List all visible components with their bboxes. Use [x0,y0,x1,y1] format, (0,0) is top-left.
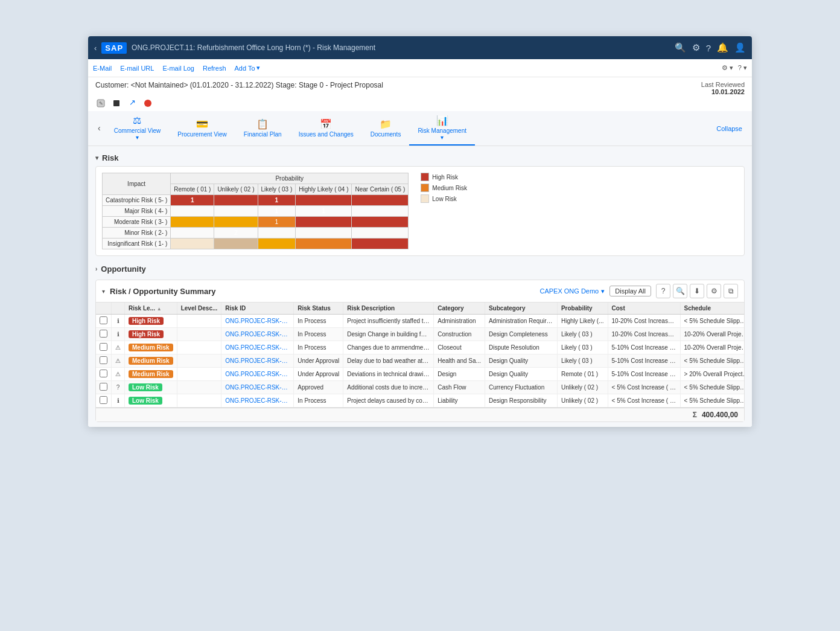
total-label: Σ [693,411,697,419]
cell-icon: ⚠ [112,368,125,381]
menu-email-log[interactable]: E-mail Log [162,65,194,72]
menu-refresh[interactable]: Refresh [203,65,226,72]
nav-tabs-row: ‹ ⚖ Commercial View ▾ 💳 Procurement View… [88,111,752,146]
row-checkbox-4[interactable] [100,370,107,377]
tab-financial-plan[interactable]: 📋 Financial Plan [235,115,290,143]
table-row: ⚠ Medium Risk ONG.PROJEC-RSK-00... Under… [96,354,744,368]
menu-email-url[interactable]: E-mail URL [120,65,154,72]
search-icon[interactable]: 🔍 [675,42,686,53]
nav-back-button[interactable]: ‹ [93,120,106,138]
menu-add-to[interactable]: Add To ▾ [235,64,260,72]
th-cost[interactable]: Cost [608,303,680,315]
tab-commercial-view[interactable]: ⚖ Commercial View ▾ [106,111,170,146]
th-subcategory[interactable]: Subcategory [485,303,557,315]
row-checkbox-1[interactable] [100,330,107,338]
cat-highly [296,195,352,206]
tab-procurement-view[interactable]: 💳 Procurement View [169,115,235,143]
cell-checkbox[interactable] [96,315,112,328]
cell-probability: Highly Likely (... [557,315,608,328]
documents-icon: 📁 [380,118,392,130]
cell-icon: ℹ [112,328,125,341]
menu-email[interactable]: E-Mail [93,65,112,72]
th-risk-status[interactable]: Risk Status [294,303,343,315]
summary-header: ▾ Risk / Opportunity Summary CAPEX ONG D… [96,280,744,303]
min-unlikely: 2 [214,228,258,239]
cell-checkbox[interactable] [96,328,112,341]
action-icon-4[interactable] [142,98,153,109]
summary-section: ▾ Risk / Opportunity Summary CAPEX ONG D… [95,280,745,422]
cell-description: Project insufficiently staffed to meet s… [343,315,434,328]
cell-checkbox[interactable] [96,394,112,408]
cell-subcategory: Design Completeness [485,328,557,341]
cat-near [352,195,409,206]
capex-dropdown[interactable]: CAPEX ONG Demo ▾ [539,287,605,295]
menu-help-icon[interactable]: ? ▾ [738,64,747,72]
cell-level: Low Risk [125,381,177,394]
cell-level: Low Risk [125,394,177,408]
th-level-desc[interactable]: Level Desc... [177,303,221,315]
cell-schedule: < 5% Schedule Slippage ( 2- ) [680,315,744,328]
display-all-button[interactable]: Display All [609,286,651,296]
cell-schedule: < 5% Schedule Slippage ( 2- ) [680,354,744,368]
action-icons-row: ✎ ↗ [88,97,752,111]
toolbar-expand-button[interactable]: ⧉ [724,284,738,298]
cell-checkbox[interactable] [96,354,112,368]
toolbar-download-button[interactable]: ⬇ [690,284,704,298]
cell-status: Approved [294,381,343,394]
risk-matrix-layout: Impact Probability Remote ( 01 ) Unlikel… [102,173,738,249]
cell-probability: Likely ( 03 ) [557,328,608,341]
toolbar-search-button[interactable]: 🔍 [673,284,687,298]
th-category[interactable]: Category [434,303,485,315]
toolbar-settings-button[interactable]: ⚙ [707,284,721,298]
help-icon[interactable]: ? [706,43,711,53]
risk-matrix-card: Impact Probability Remote ( 01 ) Unlikel… [95,166,745,256]
row-checkbox-6[interactable] [100,396,107,404]
toolbar-info-button[interactable]: ? [656,284,670,298]
ins-likely [258,239,296,249]
cell-icon: ℹ [112,394,125,408]
settings-icon[interactable]: ⚙ [692,42,700,53]
row-checkbox-0[interactable] [100,316,107,324]
row-checkbox-3[interactable] [100,356,107,364]
ins-highly [296,239,352,249]
user-avatar[interactable]: 👤 [734,42,746,53]
cell-level: High Risk [125,328,177,341]
cell-checkbox[interactable] [96,368,112,381]
th-risk-desc[interactable]: Risk Description [343,303,434,315]
menu-settings-icon[interactable]: ⚙ ▾ [722,64,733,72]
opportunity-section-header[interactable]: › Opportunity [95,262,745,277]
cell-cost: < 5% Cost Increase ( 2- ) [608,381,680,394]
action-icon-1[interactable]: ✎ [95,98,106,109]
tab-commercial-label: Commercial View [114,127,161,134]
cell-checkbox[interactable] [96,381,112,394]
maj-near [352,206,409,217]
action-icon-3[interactable]: ↗ [127,98,138,109]
col-unlikely: Unlikely ( 02 ) [214,184,258,195]
tab-risk-management[interactable]: 📊 Risk Management ▾ [409,111,475,146]
cell-description: Design Change in building foundation [343,328,434,341]
th-risk-level[interactable]: Risk Le... ▲ [125,303,177,315]
th-schedule[interactable]: Schedule [680,303,744,315]
th-probability[interactable]: Probability [557,303,608,315]
cell-icon: ℹ [112,315,125,328]
legend-medium-color [421,184,429,192]
tab-issues-changes[interactable]: 📅 Issues and Changes [290,115,362,143]
cell-subcategory: Design Quality [485,368,557,381]
bell-icon[interactable]: 🔔 [717,42,728,53]
legend-low: Low Risk [421,194,467,203]
cat-likely: 1 [258,195,296,206]
action-icon-2[interactable] [111,98,122,109]
back-arrow[interactable]: ‹ [94,43,97,53]
table-row: Catastrophic Risk ( 5- ) 1 1 [103,195,409,206]
th-risk-id[interactable]: Risk ID [221,303,294,315]
mod-near [352,217,409,228]
cell-checkbox[interactable] [96,341,112,354]
row-checkbox-5[interactable] [100,383,107,391]
table-row: ? Low Risk ONG.PROJEC-RSK-00... Approved… [96,381,744,394]
cell-risk-id: ONG.PROJEC-RSK-00... [221,315,294,328]
tab-documents[interactable]: 📁 Documents [362,115,410,143]
collapse-link[interactable]: Collapse [716,125,747,132]
row-checkbox-2[interactable] [100,343,107,351]
risk-section-header[interactable]: ▾ Risk [95,151,745,166]
cell-description: Changes due to ammendment in the contrac… [343,341,434,354]
